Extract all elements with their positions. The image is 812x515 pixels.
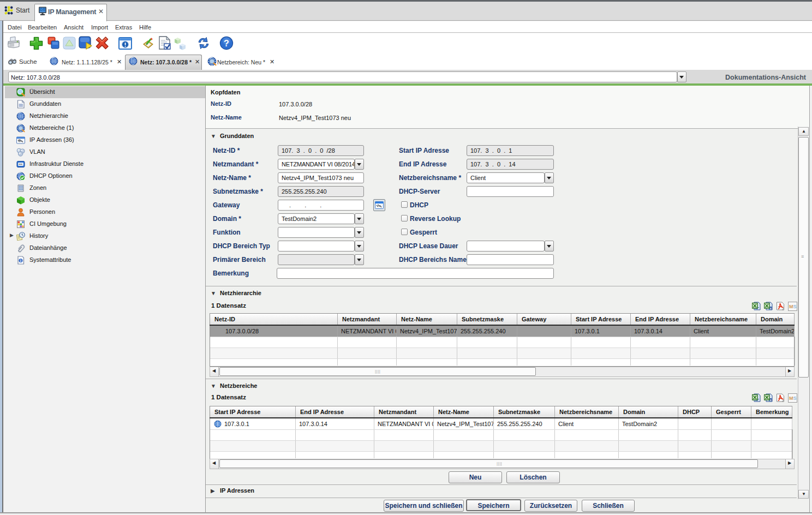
svg-text:M: M — [789, 396, 793, 401]
svg-text:?: ? — [224, 39, 229, 48]
svg-text:M: M — [789, 304, 793, 309]
svg-text:S: S — [793, 396, 797, 401]
svg-text:S: S — [793, 304, 797, 309]
